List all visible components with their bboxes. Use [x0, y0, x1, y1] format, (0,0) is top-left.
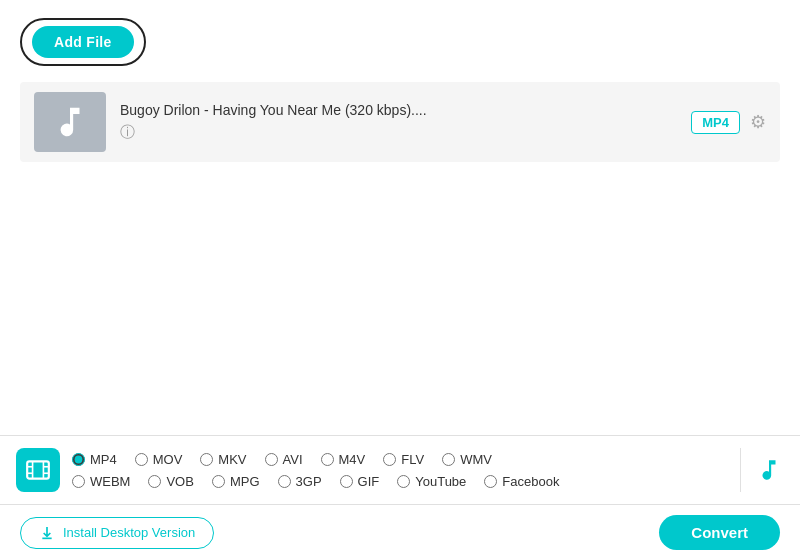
music-note-icon [51, 103, 89, 141]
format-option-3gp[interactable]: 3GP [278, 474, 322, 489]
file-actions: MP4 ⚙ [691, 111, 766, 134]
info-icon[interactable]: ⓘ [120, 123, 677, 142]
format-option-gif[interactable]: GIF [340, 474, 380, 489]
format-option-webm[interactable]: WEBM [72, 474, 130, 489]
add-file-button[interactable]: Add File [32, 26, 134, 58]
svg-rect-0 [27, 461, 49, 478]
format-option-mpg[interactable]: MPG [212, 474, 260, 489]
convert-button[interactable]: Convert [659, 515, 780, 550]
gear-icon[interactable]: ⚙ [750, 111, 766, 133]
install-label: Install Desktop Version [63, 525, 195, 540]
format-badge[interactable]: MP4 [691, 111, 740, 134]
format-option-mp4[interactable]: MP4 [72, 452, 117, 467]
format-option-avi[interactable]: AVI [265, 452, 303, 467]
format-option-flv[interactable]: FLV [383, 452, 424, 467]
add-file-wrapper: Add File [20, 18, 146, 66]
format-options: MP4 MOV MKV AVI M4V FLV WMV W [72, 452, 728, 489]
music-tab-icon [756, 457, 782, 483]
install-desktop-button[interactable]: Install Desktop Version [20, 517, 214, 549]
footer-bar: Install Desktop Version Convert [0, 504, 800, 560]
file-info: Bugoy Drilon - Having You Near Me (320 k… [120, 102, 677, 142]
download-icon [39, 525, 55, 541]
top-area: Add File Bugoy Drilon - Having You Near … [0, 0, 800, 435]
format-row-2: WEBM VOB MPG 3GP GIF YouTube Facebook [72, 474, 728, 489]
format-option-mkv[interactable]: MKV [200, 452, 246, 467]
film-icon [25, 457, 51, 483]
format-option-youtube[interactable]: YouTube [397, 474, 466, 489]
file-name: Bugoy Drilon - Having You Near Me (320 k… [120, 102, 677, 118]
format-option-facebook[interactable]: Facebook [484, 474, 559, 489]
format-option-mov[interactable]: MOV [135, 452, 183, 467]
format-option-m4v[interactable]: M4V [321, 452, 366, 467]
format-selector-bar: MP4 MOV MKV AVI M4V FLV WMV W [0, 435, 800, 504]
format-row-1: MP4 MOV MKV AVI M4V FLV WMV [72, 452, 728, 467]
file-thumbnail [34, 92, 106, 152]
music-tab-icon-box[interactable] [740, 448, 784, 492]
format-option-wmv[interactable]: WMV [442, 452, 492, 467]
format-option-vob[interactable]: VOB [148, 474, 193, 489]
file-row: Bugoy Drilon - Having You Near Me (320 k… [20, 82, 780, 162]
video-icon-box [16, 448, 60, 492]
